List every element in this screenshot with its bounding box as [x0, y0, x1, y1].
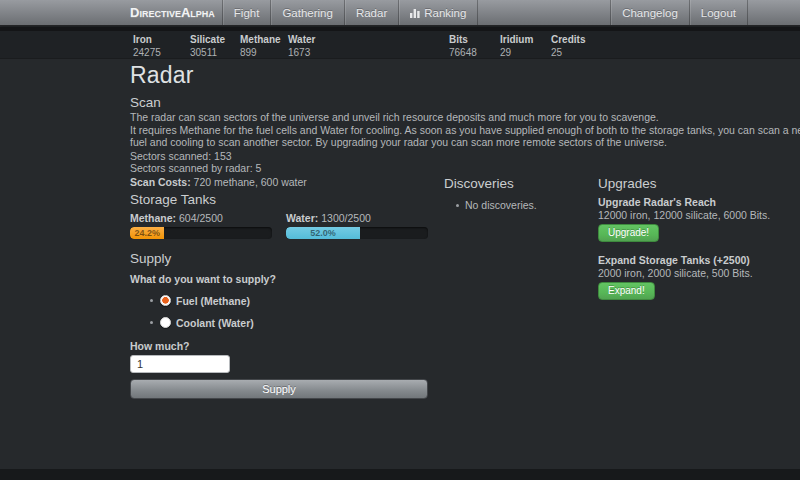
app-brand[interactable]: DirectiveAlpha: [130, 0, 215, 25]
nav-item-label: Changelog: [622, 0, 678, 26]
water-progress-fill: 52.0%: [286, 227, 360, 239]
scan-costs-label: Scan Costs:: [130, 176, 191, 188]
upgrade-radar-button[interactable]: Upgrade!: [598, 224, 659, 242]
option-label: Coolant (Water): [176, 317, 254, 329]
bullet-icon: [150, 299, 153, 302]
water-tank-label: Water: 1300/2500: [286, 213, 428, 224]
nav-item-logout[interactable]: Logout: [689, 0, 747, 25]
upgrades-heading: Upgrades: [598, 176, 794, 192]
water-percent-label: 52.0%: [310, 228, 336, 238]
scan-section-heading: Scan: [130, 95, 161, 110]
methane-progress-fill: 24.2%: [130, 227, 164, 239]
tank-amount: 604/2500: [176, 212, 223, 224]
resource-value: 76648: [449, 48, 500, 58]
discoveries-column: Discoveries No discoveries.: [444, 176, 594, 211]
resource-bits: Bits 76648: [449, 35, 500, 58]
amount-question: How much?: [130, 340, 428, 352]
water-tank: Water: 1300/2500 52.0%: [286, 213, 428, 239]
sector-stats: Sectors scanned: 153 Sectors scanned by …: [130, 150, 261, 174]
nav-item-fight[interactable]: Fight: [222, 0, 271, 25]
resource-value: 24275: [133, 48, 190, 58]
resource-silicate: Silicate 30511: [190, 35, 240, 58]
discoveries-heading: Discoveries: [444, 176, 594, 192]
scan-description-line: The radar can scan sectors of the univer…: [130, 111, 800, 124]
supply-heading: Supply: [130, 251, 428, 267]
resource-label: Credits: [551, 35, 602, 45]
water-progress-track: 52.0%: [286, 227, 428, 239]
option-label: Fuel (Methane): [176, 295, 250, 307]
nav-item-label: Ranking: [424, 0, 466, 26]
supply-option-fuel: Fuel (Methane): [130, 294, 428, 307]
resource-value: 899: [240, 48, 288, 58]
expand-storage-button[interactable]: Expand!: [598, 282, 655, 300]
upgrades-column: Upgrades Upgrade Radar's Reach 12000 iro…: [598, 176, 794, 300]
upgrade-radar-cost: 12000 iron, 12000 silicate, 6000 Bits.: [598, 209, 794, 221]
expand-storage-title: Expand Storage Tanks (+2500): [598, 254, 794, 266]
resource-value: 1673: [288, 48, 315, 58]
supply-question: What do you want to supply?: [130, 273, 428, 285]
bar-chart-icon: [410, 8, 420, 18]
resource-methane: Methane 899: [240, 35, 288, 58]
resource-label: Bits: [449, 35, 500, 45]
tank-amount: 1300/2500: [318, 212, 371, 224]
resource-water: Water 1673: [288, 35, 315, 58]
methane-tank-label: Methane: 604/2500: [130, 213, 272, 224]
bullet-icon: [456, 204, 459, 207]
resource-bar: Iron 24275 Silicate 30511 Methane 899 Wa…: [0, 31, 800, 59]
resource-value: 29: [500, 48, 551, 58]
sectors-scanned: Sectors scanned: 153: [130, 150, 261, 162]
sectors-scanned-by-radar: Sectors scanned by radar: 5: [130, 162, 261, 174]
scan-description-line: It requires Methane for the fuel cells a…: [130, 124, 800, 137]
scan-description: The radar can scan sectors of the univer…: [130, 111, 800, 149]
resource-label: Iron: [133, 35, 190, 45]
methane-percent-label: 24.2%: [134, 228, 160, 238]
nav-item-label: Gathering: [282, 0, 333, 26]
supply-button[interactable]: Supply: [130, 379, 428, 399]
nav-item-label: Logout: [701, 0, 736, 26]
radio-coolant-water[interactable]: [160, 317, 171, 328]
footer-strip: [0, 469, 800, 480]
resource-value: 25: [551, 48, 602, 58]
expand-storage-cost: 2000 iron, 2000 silicate, 500 Bits.: [598, 267, 794, 279]
resource-credits: Credits 25: [551, 35, 602, 58]
nav-item-label: Radar: [356, 0, 387, 26]
methane-tank: Methane: 604/2500 24.2%: [130, 213, 272, 239]
amount-input[interactable]: [130, 355, 230, 373]
nav-item-changelog[interactable]: Changelog: [610, 0, 689, 25]
radio-fuel-methane[interactable]: [160, 295, 171, 306]
tank-name: Methane:: [130, 212, 176, 224]
nav-item-gathering[interactable]: Gathering: [270, 0, 344, 25]
resource-iron: Iron 24275: [133, 35, 190, 58]
resource-label: Water: [288, 35, 315, 45]
storage-tanks-heading: Storage Tanks: [130, 192, 428, 208]
page-title: Radar: [130, 62, 194, 89]
scan-costs-value: 720 methane, 600 water: [191, 176, 307, 188]
nav-item-radar[interactable]: Radar: [344, 0, 398, 25]
storage-tanks-row: Methane: 604/2500 24.2% Water: 1300/2500…: [130, 213, 428, 239]
bullet-icon: [150, 321, 153, 324]
resource-label: Silicate: [190, 35, 240, 45]
top-navbar: DirectiveAlpha Fight Gathering Radar Ran…: [0, 0, 800, 26]
discoveries-empty-item: No discoveries.: [444, 199, 594, 211]
supply-option-coolant: Coolant (Water): [130, 316, 428, 329]
discoveries-empty-text: No discoveries.: [465, 199, 537, 211]
upgrade-radar-title: Upgrade Radar's Reach: [598, 196, 794, 208]
secondary-nav: Changelog Logout: [610, 0, 748, 25]
resource-group-right: Bits 76648 Iridium 29 Credits 25: [449, 35, 602, 58]
main-nav: Fight Gathering Radar Ranking: [222, 0, 479, 25]
resource-value: 30511: [190, 48, 240, 58]
resource-label: Iridium: [500, 35, 551, 45]
tank-name: Water:: [286, 212, 318, 224]
left-column: Scan Costs: 720 methane, 600 water Stora…: [130, 176, 428, 399]
nav-item-label: Fight: [234, 0, 260, 26]
scan-description-line: fuel and cooling to scan another sector.…: [130, 136, 800, 149]
resource-iridium: Iridium 29: [500, 35, 551, 58]
resource-label: Methane: [240, 35, 288, 45]
methane-progress-track: 24.2%: [130, 227, 272, 239]
scan-costs: Scan Costs: 720 methane, 600 water: [130, 176, 428, 188]
nav-item-ranking[interactable]: Ranking: [398, 0, 477, 25]
resource-group-left: Iron 24275 Silicate 30511 Methane 899 Wa…: [133, 35, 315, 58]
